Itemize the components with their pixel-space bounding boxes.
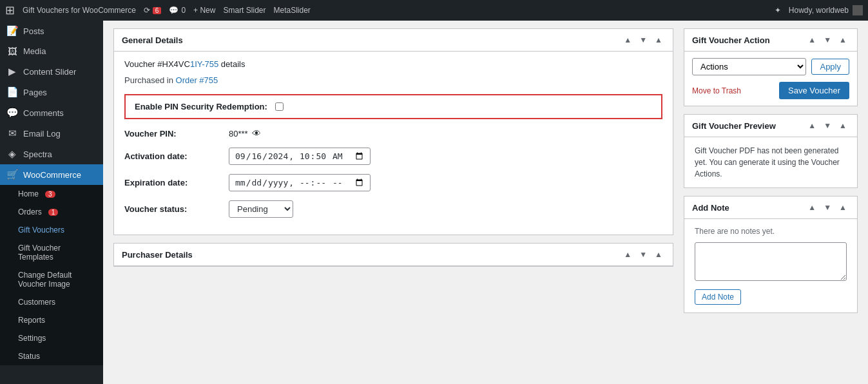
sidebar-item-posts[interactable]: 📝 Posts — [0, 21, 103, 41]
sidebar-item-label: Content Slider — [23, 67, 76, 77]
gift-voucher-preview-panel: Gift Voucher Preview ▲ ▼ ▲ Gift Voucher … — [684, 114, 858, 188]
sidebar-item-spectra[interactable]: ◈ Spectra — [0, 144, 103, 164]
actions-select[interactable]: Actions — [692, 58, 806, 75]
orders-badge: 1 — [48, 209, 59, 216]
gift-voucher-preview-header: Gift Voucher Preview ▲ ▼ ▲ — [684, 115, 857, 137]
spectra-icon: ◈ — [6, 148, 18, 160]
voucher-suffix: details — [218, 59, 245, 69]
voucher-status-row: Voucher status: Pending Active Used Expi… — [124, 200, 662, 218]
ai-icon[interactable]: ✦ — [775, 6, 781, 15]
action-panel-controls: ▲ ▼ ▲ — [805, 34, 849, 46]
purchaser-collapse-down[interactable]: ▼ — [637, 249, 650, 260]
sidebar-item-woocommerce[interactable]: 🛒 WooCommerce — [0, 164, 103, 185]
action-down[interactable]: ▼ — [821, 34, 834, 46]
sidebar-item-label: WooCommerce — [23, 170, 81, 180]
note-textarea[interactable] — [695, 242, 847, 281]
voucher-status-select[interactable]: Pending Active Used Expired — [229, 200, 293, 218]
admin-bar: ⊞ Gift Vouchers for WooCommerce ⟳ 6 💬 0 … — [0, 0, 868, 21]
preview-down[interactable]: ▼ — [821, 120, 834, 131]
eye-icon[interactable]: 👁 — [252, 128, 261, 139]
note-down[interactable]: ▼ — [821, 202, 834, 213]
actions-row: Actions Apply — [692, 58, 849, 75]
sidebar-item-label: Reports — [18, 316, 45, 325]
preview-text: Gift Voucher PDF has not been generated … — [695, 145, 847, 180]
panel-collapse-up[interactable]: ▲ — [621, 34, 634, 46]
gift-voucher-action-body: Actions Apply Move to Trash Save Voucher — [684, 52, 857, 106]
right-sidebar: Gift Voucher Action ▲ ▼ ▲ Actions Apply — [684, 28, 858, 376]
sidebar-item-label: Media — [23, 46, 46, 56]
preview-up[interactable]: ▲ — [805, 120, 818, 131]
panel-collapse-down[interactable]: ▼ — [637, 34, 650, 46]
sidebar-item-gift-vouchers[interactable]: Gift Vouchers — [0, 221, 103, 239]
general-details-panel: General Details ▲ ▼ ▲ Voucher #HX4VC1IY-… — [113, 28, 673, 235]
voucher-code: 1IY-755 — [190, 59, 218, 69]
sidebar-item-label: Pages — [23, 88, 47, 97]
sidebar-item-gift-voucher-templates[interactable]: Gift Voucher Templates — [0, 239, 103, 266]
howdy-text: Howdy, worldweb — [789, 5, 863, 15]
activation-date-value — [229, 148, 371, 165]
sidebar-item-orders[interactable]: Orders 1 — [0, 203, 103, 221]
apply-button[interactable]: Apply — [811, 59, 849, 75]
voucher-prefix: Voucher #HX4VC — [124, 59, 190, 69]
add-note-body: There are no notes yet. Add Note — [684, 219, 857, 312]
move-to-trash-link[interactable]: Move to Trash — [692, 86, 741, 95]
sidebar-item-settings[interactable]: Settings — [0, 329, 103, 347]
sidebar-item-media[interactable]: 🖼 Media — [0, 41, 103, 61]
pin-security-checkbox[interactable] — [275, 102, 284, 111]
update-count[interactable]: ⟳ 6 — [144, 6, 162, 15]
add-note-title: Add Note — [692, 203, 729, 213]
sidebar-item-content-slider[interactable]: ▶ Content Slider — [0, 61, 103, 82]
meta-slider[interactable]: MetaSlider — [273, 6, 310, 15]
sidebar-item-home[interactable]: Home 3 — [0, 185, 103, 203]
add-note-header: Add Note ▲ ▼ ▲ — [684, 197, 857, 219]
content-area: General Details ▲ ▼ ▲ Voucher #HX4VC1IY-… — [113, 28, 673, 376]
sidebar-item-pages[interactable]: 📄 Pages — [0, 82, 103, 102]
general-details-body: Voucher #HX4VC1IY-755 details Purchased … — [114, 52, 673, 235]
new-button[interactable]: + New — [193, 6, 215, 15]
sidebar-item-change-default-voucher-image[interactable]: Change Default Voucher Image — [0, 266, 103, 293]
sidebar-item-label: Customers — [18, 298, 55, 307]
smart-slider[interactable]: Smart Slider — [223, 6, 265, 15]
gift-voucher-action-title: Gift Voucher Action — [692, 35, 770, 45]
sidebar-item-email-log[interactable]: ✉ Email Log — [0, 123, 103, 144]
content-slider-icon: ▶ — [6, 66, 18, 77]
sidebar-item-reports[interactable]: Reports — [0, 311, 103, 329]
pages-icon: 📄 — [6, 86, 18, 98]
sidebar-item-label: Change Default Voucher Image — [18, 271, 97, 289]
comment-count[interactable]: 💬 0 — [169, 6, 186, 15]
sidebar: 📝 Posts 🖼 Media ▶ Content Slider 📄 Pages… — [0, 21, 103, 384]
order-link[interactable]: Order #755 — [176, 75, 218, 85]
activation-date-label: Activation date: — [124, 151, 221, 161]
expiration-date-input[interactable] — [229, 174, 371, 191]
action-up[interactable]: ▲ — [805, 34, 818, 46]
purchaser-collapse-up[interactable]: ▲ — [621, 249, 634, 260]
note-toggle[interactable]: ▲ — [836, 202, 849, 213]
activation-date-input[interactable] — [229, 148, 371, 165]
sidebar-item-comments[interactable]: 💬 Comments — [0, 102, 103, 123]
purchaser-toggle[interactable]: ▲ — [652, 249, 665, 260]
purchased-in: Purchased in Order #755 — [124, 75, 662, 85]
panel-toggle[interactable]: ▲ — [652, 34, 665, 46]
add-note-button[interactable]: Add Note — [695, 289, 741, 305]
sidebar-item-customers[interactable]: Customers — [0, 293, 103, 311]
voucher-pin-masked: 80*** — [229, 129, 248, 139]
action-toggle[interactable]: ▲ — [836, 34, 849, 46]
activation-date-row: Activation date: — [124, 148, 662, 165]
voucher-pin-value: 80*** 👁 — [229, 128, 261, 139]
site-name[interactable]: Gift Vouchers for WooCommerce — [23, 6, 136, 15]
pin-security-label: Enable PIN Security Redemption: — [135, 102, 267, 111]
gift-voucher-action-header: Gift Voucher Action ▲ ▼ ▲ — [684, 29, 857, 52]
voucher-pin-row: Voucher PIN: 80*** 👁 — [124, 128, 662, 139]
expiration-date-row: Expiration date: — [124, 174, 662, 191]
preview-toggle[interactable]: ▲ — [836, 120, 849, 131]
expiration-date-label: Expiration date: — [124, 178, 221, 187]
purchaser-details-title: Purchaser Details — [122, 250, 193, 260]
email-log-icon: ✉ — [6, 128, 18, 139]
preview-panel-controls: ▲ ▼ ▲ — [805, 120, 849, 131]
site-name-text: Gift Vouchers for WooCommerce — [23, 6, 136, 15]
expiration-date-value — [229, 174, 371, 191]
save-voucher-button[interactable]: Save Voucher — [779, 82, 849, 99]
sidebar-item-status[interactable]: Status — [0, 347, 103, 365]
note-up[interactable]: ▲ — [805, 202, 818, 213]
media-icon: 🖼 — [6, 46, 18, 57]
